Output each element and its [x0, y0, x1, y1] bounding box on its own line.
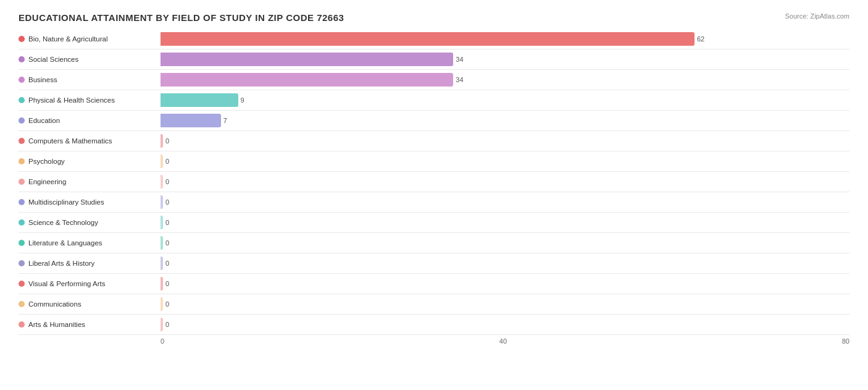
- color-dot: [19, 260, 25, 266]
- bar-track: 62: [161, 29, 849, 49]
- bar-fill: [161, 236, 163, 250]
- bar-label-text: Social Sciences: [28, 56, 78, 63]
- bar-value: 34: [456, 76, 463, 83]
- bar-label-text: Bio, Nature & Agricultural: [28, 35, 107, 43]
- color-dot: [19, 179, 25, 185]
- bar-fill: [161, 195, 163, 209]
- bar-fill: [161, 297, 163, 311]
- bar-track: 0: [161, 172, 849, 192]
- bar-fill: [161, 93, 238, 107]
- chart-source: Source: ZipAtlas.com: [785, 12, 849, 20]
- bar-track: 0: [161, 131, 849, 151]
- bar-value: 0: [165, 178, 169, 185]
- color-dot: [19, 321, 25, 328]
- bar-label-text: Visual & Performing Arts: [28, 280, 105, 287]
- bar-label-text: Education: [28, 117, 60, 124]
- bar-row: Engineering0: [19, 172, 849, 192]
- bar-track: 34: [161, 70, 849, 90]
- color-dot: [19, 97, 25, 103]
- bar-row: Computers & Mathematics0: [19, 131, 849, 151]
- bar-track: 0: [161, 274, 849, 294]
- bar-label-text: Business: [28, 76, 57, 83]
- bar-label: Engineering: [19, 178, 161, 185]
- bar-label: Psychology: [19, 158, 161, 165]
- color-dot: [19, 158, 25, 164]
- bar-fill: [161, 73, 453, 87]
- bar-label-text: Arts & Humanities: [28, 321, 85, 328]
- bar-row: Arts & Humanities0: [19, 315, 849, 335]
- bar-track: 34: [161, 49, 849, 69]
- bar-row: Liberal Arts & History0: [19, 253, 849, 274]
- bar-track: 0: [161, 253, 849, 273]
- bar-label: Computers & Mathematics: [19, 137, 161, 145]
- bar-label: Physical & Health Sciences: [19, 96, 161, 104]
- x-tick: 40: [499, 337, 507, 345]
- bar-value: 34: [456, 56, 463, 63]
- bar-track: 0: [161, 213, 849, 232]
- color-dot: [19, 56, 25, 62]
- bar-label: Bio, Nature & Agricultural: [19, 35, 161, 43]
- color-dot: [19, 77, 25, 83]
- bar-label-text: Psychology: [28, 158, 65, 165]
- color-dot: [19, 199, 25, 205]
- bar-label-text: Literature & Languages: [28, 239, 102, 247]
- bar-label-text: Communications: [28, 300, 81, 308]
- bar-fill: [161, 175, 163, 189]
- bar-label: Social Sciences: [19, 56, 161, 63]
- bar-fill: [161, 53, 453, 66]
- bar-fill: [161, 277, 163, 290]
- bar-track: 0: [161, 151, 849, 171]
- bar-track: 9: [161, 90, 849, 110]
- bar-track: 0: [161, 294, 849, 314]
- bar-label: Education: [19, 117, 161, 124]
- bar-label-text: Science & Technology: [28, 219, 98, 226]
- color-dot: [19, 240, 25, 246]
- bar-value: 0: [165, 260, 169, 267]
- color-dot: [19, 301, 25, 307]
- color-dot: [19, 138, 25, 144]
- bar-label-text: Engineering: [28, 178, 66, 185]
- bar-fill: [161, 318, 163, 331]
- bars-section: Bio, Nature & Agricultural62Social Scien…: [19, 29, 849, 335]
- bar-label: Business: [19, 76, 161, 83]
- chart-title: EDUCATIONAL ATTAINMENT BY FIELD OF STUDY…: [19, 12, 849, 23]
- bar-fill: [161, 155, 163, 168]
- bar-value: 62: [697, 35, 704, 43]
- bar-value: 0: [165, 137, 169, 145]
- bar-label-text: Liberal Arts & History: [28, 260, 94, 267]
- bar-fill: [161, 216, 163, 229]
- bar-label: Liberal Arts & History: [19, 260, 161, 267]
- bar-row: Communications0: [19, 294, 849, 315]
- chart-area: Bio, Nature & Agricultural62Social Scien…: [19, 29, 849, 339]
- bar-value: 9: [241, 96, 244, 104]
- bar-fill: [161, 134, 163, 148]
- bar-row: Multidisciplinary Studies0: [19, 192, 849, 213]
- bar-row: Visual & Performing Arts0: [19, 274, 849, 294]
- bar-label: Literature & Languages: [19, 239, 161, 247]
- bar-label: Communications: [19, 300, 161, 308]
- bar-row: Bio, Nature & Agricultural62: [19, 29, 849, 49]
- color-dot: [19, 281, 25, 287]
- bar-label-text: Multidisciplinary Studies: [28, 198, 104, 206]
- color-dot: [19, 117, 25, 124]
- bar-track: 0: [161, 192, 849, 212]
- bar-value: 0: [165, 300, 169, 308]
- bar-row: Education7: [19, 111, 849, 131]
- bar-label: Multidisciplinary Studies: [19, 198, 161, 206]
- bar-value: 0: [165, 239, 169, 247]
- bar-value: 0: [165, 198, 169, 206]
- bar-label: Visual & Performing Arts: [19, 280, 161, 287]
- bar-value: 7: [223, 117, 227, 124]
- bar-fill: [161, 256, 163, 270]
- bar-value: 0: [165, 158, 169, 165]
- bar-label: Arts & Humanities: [19, 321, 161, 328]
- chart-container: EDUCATIONAL ATTAINMENT BY FIELD OF STUDY…: [0, 0, 868, 390]
- x-tick: 0: [161, 337, 164, 345]
- bar-track: 7: [161, 111, 849, 130]
- bar-row: Science & Technology0: [19, 213, 849, 233]
- bar-track: 0: [161, 315, 849, 334]
- bar-row: Social Sciences34: [19, 49, 849, 70]
- bar-value: 0: [165, 280, 169, 287]
- bar-fill: [161, 32, 695, 46]
- bar-label: Science & Technology: [19, 219, 161, 226]
